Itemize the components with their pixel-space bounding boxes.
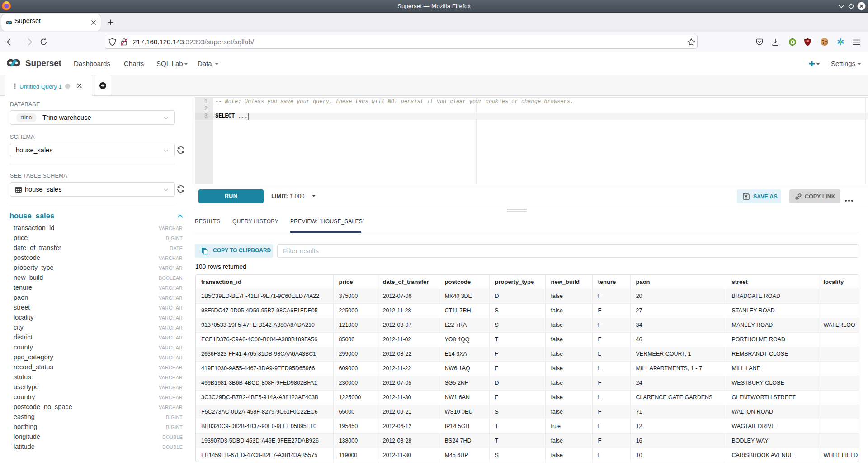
svg-text:uo: uo bbox=[807, 40, 809, 42]
